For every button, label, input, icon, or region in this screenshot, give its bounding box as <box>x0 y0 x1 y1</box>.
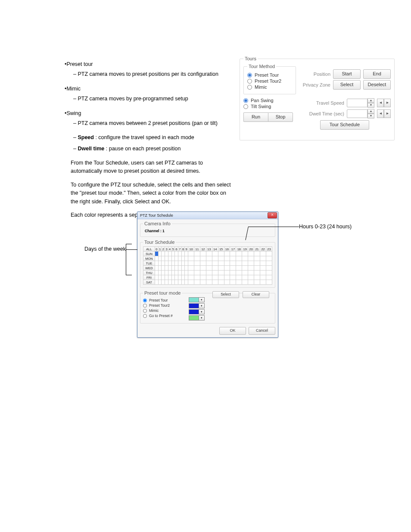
mode-preset-tour-label: Preset Tour <box>149 298 168 302</box>
chevron-down-icon: ▾ <box>199 297 205 302</box>
travel-speed-input[interactable]: ▴▾ <box>347 98 374 108</box>
para-schedule-howto: To configure the PTZ tour schedule, sele… <box>71 181 233 206</box>
label-travel-speed: Travel Speed <box>314 100 344 106</box>
mode-preset-tour[interactable]: Preset Tour <box>143 298 184 302</box>
bullet-speed-desc: : configure the travel speed in each mod… <box>94 134 194 140</box>
radio-preset-tour[interactable]: Preset Tour <box>247 72 292 78</box>
end-button[interactable]: End <box>363 69 391 79</box>
mode-mimic-label: Mimic <box>149 308 159 313</box>
radio-pan-swing-label: Pan Swing <box>251 98 274 103</box>
tour-schedule-legend: Tour Schedule <box>143 240 176 245</box>
dwell-time-input[interactable]: ▴▾ <box>347 109 374 118</box>
label-position: Position <box>300 72 330 77</box>
schedule-select-button[interactable]: Select <box>212 291 239 298</box>
dialog-titlebar[interactable]: PTZ Tour Schedule X <box>137 212 278 219</box>
start-button[interactable]: Start <box>333 69 361 79</box>
ok-button[interactable]: OK <box>219 327 246 335</box>
bullet-mimic: Mimic <box>66 86 81 92</box>
radio-preset-tour2[interactable]: Preset Tour2 <box>247 78 292 84</box>
schedule-clear-button[interactable]: Clear <box>243 291 269 298</box>
radio-tilt-swing-label: Tilt Swing <box>251 104 271 109</box>
travel-speed-stepper[interactable]: ◂▸ <box>377 99 391 107</box>
annotation-line <box>126 244 126 275</box>
color-preset-tour2[interactable]: ▾ <box>189 303 205 308</box>
bullet-swing: Swing <box>66 110 81 116</box>
color-preset-tour[interactable]: ▾ <box>189 297 205 302</box>
tours-legend: Tours <box>243 56 258 61</box>
chevron-down-icon: ▾ <box>199 309 205 314</box>
radio-preset-tour-label: Preset Tour <box>255 72 279 78</box>
chevron-down-icon: ▾ <box>199 315 205 320</box>
channel-label: Channel : 1 <box>143 228 272 234</box>
mode-goto-preset-label: Go to Preset # <box>149 314 173 318</box>
run-button[interactable]: Run <box>243 112 268 122</box>
stop-button[interactable]: Stop <box>268 112 293 122</box>
label-privacy-zone: Privacy Zone <box>300 82 330 87</box>
mode-goto-preset[interactable]: Go to Preset # <box>143 314 184 318</box>
tour-method-legend: Tour Method <box>247 64 276 69</box>
mode-preset-tour2-label: Preset Tour2 <box>149 303 170 308</box>
chevron-down-icon: ▾ <box>199 303 205 308</box>
mode-preset-tour2[interactable]: Preset Tour2 <box>143 303 184 308</box>
bullet-dwell-desc: : pause on each preset position <box>104 146 181 152</box>
tour-method-group: Tour Method Preset Tour Preset Tour2 Mim… <box>243 64 296 94</box>
bullet-preset-tour-desc: PTZ camera moves to preset positions per… <box>78 71 218 77</box>
document-text: Preset tour PTZ camera moves to preset p… <box>65 60 233 223</box>
color-goto-preset[interactable]: ▾ <box>189 315 205 320</box>
dialog-title: PTZ Tour Schedule <box>140 213 173 218</box>
bullet-preset-tour: Preset tour <box>66 61 93 67</box>
radio-pan-swing[interactable]: Pan Swing <box>243 98 294 103</box>
annotation-days: Days of the week <box>84 246 126 252</box>
annotation-line <box>126 275 132 275</box>
radio-mimic[interactable]: Mimic <box>247 84 292 90</box>
tour-schedule-button[interactable]: Tour Schedule <box>320 120 369 130</box>
privacy-select-button[interactable]: Select <box>333 80 361 90</box>
para-schedule-intro: From the Tour Schedule, users can set PT… <box>71 159 233 176</box>
tours-panel: Tours Tour Method Preset Tour Preset Tou… <box>240 56 395 140</box>
radio-preset-tour2-label: Preset Tour2 <box>255 78 281 84</box>
preset-tour-mode-legend: Preset tour mode <box>143 290 182 296</box>
mode-mimic[interactable]: Mimic <box>143 308 184 313</box>
annotation-hours: Hours 0-23 (24 hours) <box>299 224 352 230</box>
close-button[interactable]: X <box>268 212 277 218</box>
bullet-swing-desc: PTZ camera moves between 2 preset positi… <box>78 120 217 126</box>
cancel-button[interactable]: Cancel <box>249 327 275 335</box>
tour-schedule-group: Tour Schedule ALL01234567891011121314151… <box>140 240 275 288</box>
color-mimic[interactable]: ▾ <box>189 309 205 314</box>
annotation-line <box>248 227 299 227</box>
bullet-mimic-desc: PTZ camera moves by pre-programmed setup <box>78 96 188 102</box>
annotation-line <box>126 249 137 250</box>
schedule-grid[interactable]: ALL0123456789101112131415161718192021222… <box>143 246 272 285</box>
label-dwell-time: Dwell Time (sec) <box>309 111 344 116</box>
bullet-speed: Speed <box>78 134 94 140</box>
radio-mimic-label: Mimic <box>255 84 267 90</box>
camera-info-legend: Camera Info <box>143 221 172 226</box>
ptz-tour-schedule-dialog: PTZ Tour Schedule X Camera Info Channel … <box>137 212 278 338</box>
dwell-time-stepper[interactable]: ◂▸ <box>377 109 391 118</box>
privacy-deselect-button[interactable]: Deselect <box>363 80 391 90</box>
annotation-line <box>126 244 132 244</box>
bullet-dwell: Dwell time <box>78 146 104 152</box>
camera-info-group: Camera Info Channel : 1 <box>140 221 275 237</box>
radio-tilt-swing[interactable]: Tilt Swing <box>243 104 294 109</box>
preset-tour-mode-group: Preset tour mode Preset Tour Preset Tour… <box>140 290 275 324</box>
